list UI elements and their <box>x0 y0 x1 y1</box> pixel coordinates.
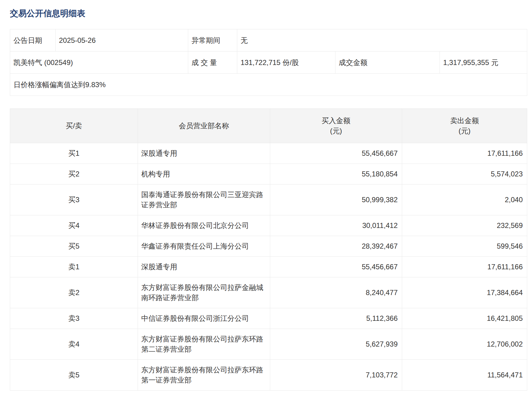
sell-amount-cell: 12,706,002 <box>402 329 527 360</box>
buy-amount-cell: 30,011,412 <box>270 215 402 236</box>
volume-label: 成 交 量 <box>188 52 237 74</box>
buy-amount-cell: 8,240,477 <box>270 277 402 308</box>
table-row: 卖5 东方财富证券股份有限公司拉萨东环路第一证券营业部 7,103,772 11… <box>10 360 527 391</box>
side-cell: 卖4 <box>10 329 138 360</box>
branch-cell: 机构专用 <box>138 164 270 185</box>
col-header-buy-label: 买入金额 <box>273 116 399 126</box>
col-header-sell: 卖出金额 (元) <box>402 109 527 143</box>
col-header-side: 买/卖 <box>10 109 138 143</box>
side-cell: 买5 <box>10 236 138 257</box>
abnormal-period-label: 异常期间 <box>188 29 237 52</box>
sell-amount-cell: 232,569 <box>402 215 527 236</box>
table-row: 买4 华林证券股份有限公司北京分公司 30,011,412 232,569 <box>10 215 527 236</box>
table-row: 卖3 中信证券股份有限公司浙江分公司 5,112,366 16,421,805 <box>10 308 527 329</box>
sell-amount-cell: 17,611,166 <box>402 257 527 277</box>
sell-amount-cell: 11,564,471 <box>402 360 527 391</box>
branch-cell: 深股通专用 <box>138 257 270 277</box>
table-row: 卖1 深股通专用 55,456,667 17,611,166 <box>10 257 527 277</box>
info-row-stock: 凯美特气 (002549) 成 交 量 131,722,715 份/股 成交金额… <box>10 52 527 74</box>
buy-amount-cell: 55,180,854 <box>270 164 402 185</box>
buy-amount-cell: 5,112,366 <box>270 308 402 329</box>
page-container: 交易公开信息明细表 公告日期 2025-05-26 异常期间 无 凯美特气 (0… <box>0 0 532 391</box>
col-header-branch-label: 会员营业部名称 <box>141 121 267 131</box>
col-header-side-label: 买/卖 <box>13 121 134 131</box>
abnormal-period-value: 无 <box>237 29 527 52</box>
col-header-branch: 会员营业部名称 <box>138 109 270 143</box>
col-header-sell-unit: (元) <box>405 126 524 136</box>
trade-table-header-row: 买/卖 会员营业部名称 买入金额 (元) 卖出金额 (元) <box>10 109 527 143</box>
announce-date-label: 公告日期 <box>10 29 56 52</box>
buy-amount-cell: 50,999,382 <box>270 185 402 215</box>
table-row: 买1 深股通专用 55,456,667 17,611,166 <box>10 143 527 164</box>
side-cell: 卖2 <box>10 277 138 308</box>
buy-amount-cell: 28,392,467 <box>270 236 402 257</box>
announce-date-value: 2025-05-26 <box>56 29 188 52</box>
trade-table: 买/卖 会员营业部名称 买入金额 (元) 卖出金额 (元) 买1 深股通专用 <box>10 108 527 391</box>
side-cell: 买3 <box>10 185 138 215</box>
branch-cell: 东方财富证券股份有限公司拉萨东环路第一证券营业部 <box>138 360 270 391</box>
branch-cell: 华林证券股份有限公司北京分公司 <box>138 215 270 236</box>
col-header-buy-unit: (元) <box>273 126 399 136</box>
branch-cell: 华鑫证券有限责任公司上海分公司 <box>138 236 270 257</box>
price-deviation-note: 日价格涨幅偏离值达到9.83% <box>10 74 527 96</box>
turnover-label: 成交金额 <box>335 52 440 74</box>
side-cell: 卖3 <box>10 308 138 329</box>
info-table: 公告日期 2025-05-26 异常期间 无 凯美特气 (002549) 成 交… <box>10 29 527 96</box>
buy-amount-cell: 55,456,667 <box>270 257 402 277</box>
sell-amount-cell: 17,611,166 <box>402 143 527 164</box>
branch-cell: 深股通专用 <box>138 143 270 164</box>
side-cell: 买4 <box>10 215 138 236</box>
volume-value: 131,722,715 份/股 <box>237 52 335 74</box>
side-cell: 买1 <box>10 143 138 164</box>
table-row: 买3 国泰海通证券股份有限公司三亚迎宾路证券营业部 50,999,382 2,0… <box>10 185 527 215</box>
side-cell: 买2 <box>10 164 138 185</box>
info-row-date: 公告日期 2025-05-26 异常期间 无 <box>10 29 527 52</box>
col-header-sell-label: 卖出金额 <box>405 116 524 126</box>
sell-amount-cell: 2,040 <box>402 185 527 215</box>
branch-cell: 中信证券股份有限公司浙江分公司 <box>138 308 270 329</box>
sell-amount-cell: 5,574,023 <box>402 164 527 185</box>
sell-amount-cell: 16,421,805 <box>402 308 527 329</box>
sell-amount-cell: 17,384,664 <box>402 277 527 308</box>
side-cell: 卖1 <box>10 257 138 277</box>
info-row-note: 日价格涨幅偏离值达到9.83% <box>10 74 527 96</box>
page-title: 交易公开信息明细表 <box>10 8 527 19</box>
table-row: 卖4 东方财富证券股份有限公司拉萨东环路第二证券营业部 5,627,939 12… <box>10 329 527 360</box>
stock-name: 凯美特气 (002549) <box>10 52 188 74</box>
branch-cell: 国泰海通证券股份有限公司三亚迎宾路证券营业部 <box>138 185 270 215</box>
table-row: 买2 机构专用 55,180,854 5,574,023 <box>10 164 527 185</box>
buy-amount-cell: 7,103,772 <box>270 360 402 391</box>
buy-amount-cell: 55,456,667 <box>270 143 402 164</box>
col-header-buy: 买入金额 (元) <box>270 109 402 143</box>
branch-cell: 东方财富证券股份有限公司拉萨东环路第二证券营业部 <box>138 329 270 360</box>
sell-amount-cell: 599,546 <box>402 236 527 257</box>
table-row: 买5 华鑫证券有限责任公司上海分公司 28,392,467 599,546 <box>10 236 527 257</box>
table-row: 卖2 东方财富证券股份有限公司拉萨金融城南环路证券营业部 8,240,477 1… <box>10 277 527 308</box>
side-cell: 卖5 <box>10 360 138 391</box>
branch-cell: 东方财富证券股份有限公司拉萨金融城南环路证券营业部 <box>138 277 270 308</box>
buy-amount-cell: 5,627,939 <box>270 329 402 360</box>
turnover-value: 1,317,955,355 元 <box>440 52 527 74</box>
